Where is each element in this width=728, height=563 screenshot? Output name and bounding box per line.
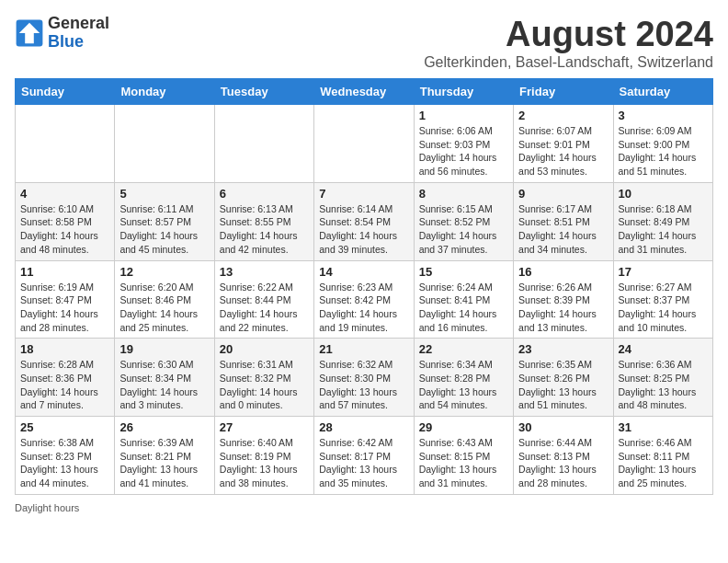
day-info: Sunrise: 6:14 AM Sunset: 8:54 PM Dayligh… (319, 202, 408, 257)
calendar-header-wednesday: Wednesday (314, 79, 414, 105)
day-number: 7 (319, 187, 408, 201)
day-info: Sunrise: 6:10 AM Sunset: 8:58 PM Dayligh… (20, 202, 109, 257)
day-info: Sunrise: 6:27 AM Sunset: 8:37 PM Dayligh… (619, 281, 708, 335)
day-number: 26 (119, 420, 209, 434)
day-number: 22 (419, 342, 508, 356)
calendar-cell: 31Sunrise: 6:46 AM Sunset: 8:11 PM Dayli… (613, 417, 712, 495)
calendar-cell: 6Sunrise: 6:13 AM Sunset: 8:55 PM Daylig… (214, 182, 313, 260)
day-number: 28 (319, 420, 408, 434)
calendar-cell: 26Sunrise: 6:39 AM Sunset: 8:21 PM Dayli… (115, 417, 214, 495)
calendar-week-row: 25Sunrise: 6:38 AM Sunset: 8:23 PM Dayli… (16, 417, 713, 495)
day-number: 11 (20, 265, 109, 279)
day-number: 19 (119, 342, 209, 356)
day-number: 6 (220, 187, 309, 201)
day-info: Sunrise: 6:36 AM Sunset: 8:25 PM Dayligh… (619, 358, 708, 412)
day-info: Sunrise: 6:22 AM Sunset: 8:44 PM Dayligh… (220, 281, 309, 335)
day-info: Sunrise: 6:07 AM Sunset: 9:01 PM Dayligh… (518, 124, 608, 178)
day-number: 30 (518, 420, 608, 434)
day-info: Sunrise: 6:43 AM Sunset: 8:15 PM Dayligh… (419, 436, 508, 490)
day-info: Sunrise: 6:20 AM Sunset: 8:46 PM Dayligh… (119, 281, 209, 335)
logo-icon (15, 18, 44, 48)
calendar-cell: 7Sunrise: 6:14 AM Sunset: 8:54 PM Daylig… (314, 182, 414, 260)
day-number: 12 (119, 265, 209, 279)
calendar-cell: 16Sunrise: 6:26 AM Sunset: 8:39 PM Dayli… (514, 260, 613, 339)
calendar-cell (214, 105, 313, 183)
day-info: Sunrise: 6:26 AM Sunset: 8:39 PM Dayligh… (518, 281, 608, 335)
day-number: 9 (518, 187, 608, 201)
day-number: 17 (619, 265, 708, 279)
calendar-table: SundayMondayTuesdayWednesdayThursdayFrid… (15, 78, 713, 495)
day-info: Sunrise: 6:34 AM Sunset: 8:28 PM Dayligh… (419, 358, 508, 412)
calendar-week-row: 11Sunrise: 6:19 AM Sunset: 8:47 PM Dayli… (16, 260, 713, 339)
calendar-cell: 28Sunrise: 6:42 AM Sunset: 8:17 PM Dayli… (314, 417, 414, 495)
day-number: 24 (619, 342, 708, 356)
calendar-cell: 14Sunrise: 6:23 AM Sunset: 8:42 PM Dayli… (314, 260, 414, 339)
logo-general-text: General (48, 14, 109, 32)
calendar-week-row: 1Sunrise: 6:06 AM Sunset: 9:03 PM Daylig… (16, 105, 713, 183)
calendar-cell: 5Sunrise: 6:11 AM Sunset: 8:57 PM Daylig… (115, 182, 214, 260)
day-number: 1 (419, 109, 508, 122)
day-number: 23 (518, 342, 608, 356)
calendar-header-tuesday: Tuesday (214, 79, 313, 105)
day-info: Sunrise: 6:09 AM Sunset: 9:00 PM Dayligh… (619, 124, 708, 178)
calendar-header-monday: Monday (115, 79, 214, 105)
day-number: 14 (319, 265, 408, 279)
day-info: Sunrise: 6:35 AM Sunset: 8:26 PM Dayligh… (518, 358, 608, 412)
day-info: Sunrise: 6:31 AM Sunset: 8:32 PM Dayligh… (220, 358, 309, 412)
day-number: 18 (20, 342, 109, 356)
calendar-cell: 13Sunrise: 6:22 AM Sunset: 8:44 PM Dayli… (214, 260, 313, 339)
calendar-cell: 27Sunrise: 6:40 AM Sunset: 8:19 PM Dayli… (214, 417, 313, 495)
day-number: 8 (419, 187, 508, 201)
day-info: Sunrise: 6:42 AM Sunset: 8:17 PM Dayligh… (319, 436, 408, 490)
calendar-cell: 30Sunrise: 6:44 AM Sunset: 8:13 PM Dayli… (514, 417, 613, 495)
day-info: Sunrise: 6:17 AM Sunset: 8:51 PM Dayligh… (518, 202, 608, 257)
calendar-cell: 3Sunrise: 6:09 AM Sunset: 9:00 PM Daylig… (613, 105, 712, 183)
day-info: Sunrise: 6:11 AM Sunset: 8:57 PM Dayligh… (119, 202, 209, 257)
day-number: 13 (220, 265, 309, 279)
day-info: Sunrise: 6:39 AM Sunset: 8:21 PM Dayligh… (119, 436, 209, 490)
month-title: August 2024 (424, 15, 713, 54)
day-number: 31 (619, 420, 708, 434)
calendar-cell: 9Sunrise: 6:17 AM Sunset: 8:51 PM Daylig… (514, 182, 613, 260)
calendar-cell (16, 105, 115, 183)
day-number: 20 (220, 342, 309, 356)
footer-text: Daylight hours (15, 502, 79, 513)
day-number: 3 (619, 109, 708, 122)
day-number: 29 (419, 420, 508, 434)
logo: General Blue (15, 15, 109, 52)
day-info: Sunrise: 6:38 AM Sunset: 8:23 PM Dayligh… (20, 436, 109, 490)
calendar-cell: 2Sunrise: 6:07 AM Sunset: 9:01 PM Daylig… (514, 105, 613, 183)
footer: Daylight hours (15, 502, 713, 513)
day-info: Sunrise: 6:46 AM Sunset: 8:11 PM Dayligh… (619, 436, 708, 490)
calendar-cell: 10Sunrise: 6:18 AM Sunset: 8:49 PM Dayli… (613, 182, 712, 260)
day-number: 4 (20, 187, 109, 201)
day-info: Sunrise: 6:32 AM Sunset: 8:30 PM Dayligh… (319, 358, 408, 412)
day-info: Sunrise: 6:28 AM Sunset: 8:36 PM Dayligh… (20, 358, 109, 412)
calendar-cell: 24Sunrise: 6:36 AM Sunset: 8:25 PM Dayli… (613, 339, 712, 417)
calendar-header-row: SundayMondayTuesdayWednesdayThursdayFrid… (16, 79, 713, 105)
calendar-cell: 20Sunrise: 6:31 AM Sunset: 8:32 PM Dayli… (214, 339, 313, 417)
day-info: Sunrise: 6:44 AM Sunset: 8:13 PM Dayligh… (518, 436, 608, 490)
calendar-cell: 8Sunrise: 6:15 AM Sunset: 8:52 PM Daylig… (414, 182, 513, 260)
calendar-cell: 1Sunrise: 6:06 AM Sunset: 9:03 PM Daylig… (414, 105, 513, 183)
day-info: Sunrise: 6:13 AM Sunset: 8:55 PM Dayligh… (220, 202, 309, 257)
calendar-header-thursday: Thursday (414, 79, 513, 105)
day-info: Sunrise: 6:06 AM Sunset: 9:03 PM Dayligh… (419, 124, 508, 178)
day-info: Sunrise: 6:40 AM Sunset: 8:19 PM Dayligh… (220, 436, 309, 490)
day-number: 27 (220, 420, 309, 434)
calendar-cell: 15Sunrise: 6:24 AM Sunset: 8:41 PM Dayli… (414, 260, 513, 339)
logo-blue-text: Blue (48, 32, 84, 51)
day-number: 21 (319, 342, 408, 356)
calendar-cell: 17Sunrise: 6:27 AM Sunset: 8:37 PM Dayli… (613, 260, 712, 339)
calendar-week-row: 18Sunrise: 6:28 AM Sunset: 8:36 PM Dayli… (16, 339, 713, 417)
calendar-cell: 25Sunrise: 6:38 AM Sunset: 8:23 PM Dayli… (16, 417, 115, 495)
calendar-cell (115, 105, 214, 183)
day-info: Sunrise: 6:18 AM Sunset: 8:49 PM Dayligh… (619, 202, 708, 257)
calendar-cell: 4Sunrise: 6:10 AM Sunset: 8:58 PM Daylig… (16, 182, 115, 260)
calendar-cell: 11Sunrise: 6:19 AM Sunset: 8:47 PM Dayli… (16, 260, 115, 339)
day-number: 2 (518, 109, 608, 122)
day-info: Sunrise: 6:23 AM Sunset: 8:42 PM Dayligh… (319, 281, 408, 335)
subtitle: Gelterkinden, Basel-Landschaft, Switzerl… (424, 54, 713, 71)
page-header: General Blue August 2024 Gelterkinden, B… (15, 15, 713, 71)
calendar-cell: 12Sunrise: 6:20 AM Sunset: 8:46 PM Dayli… (115, 260, 214, 339)
